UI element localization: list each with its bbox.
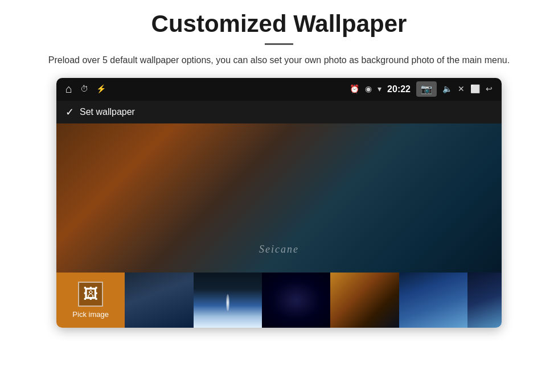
- wallpaper-thumb-1[interactable]: [125, 273, 193, 328]
- status-bar-left: ⌂ ⏱ ⚡: [65, 82, 106, 96]
- wallpaper-thumb-6[interactable]: [467, 273, 502, 328]
- location-icon: ◉: [365, 84, 372, 94]
- time-display: 20:22: [387, 84, 411, 94]
- wallpaper-thumb-4[interactable]: [330, 273, 399, 328]
- page-wrapper: Customized Wallpaper Preload over 5 defa…: [0, 0, 558, 328]
- check-icon: ✓: [65, 106, 74, 118]
- wallpaper-thumb-5[interactable]: [399, 273, 467, 328]
- status-bar: ⌂ ⏱ ⚡ ⏰ ◉ ▾ 20:22 📷 🔈 ✕ ⬜ ↩: [56, 78, 502, 101]
- alarm-icon: ⏰: [350, 84, 359, 94]
- wallpaper-thumb-2[interactable]: [194, 273, 262, 328]
- pick-image-icon: 🖼: [78, 282, 103, 307]
- home-icon[interactable]: ⌂: [65, 82, 72, 96]
- page-title: Customized Wallpaper: [17, 10, 541, 38]
- close-icon[interactable]: ✕: [458, 84, 465, 94]
- volume-icon[interactable]: 🔈: [442, 84, 452, 94]
- pick-image-thumb[interactable]: 🖼 Pick image: [56, 273, 125, 328]
- thumbnail-strip: 🖼 Pick image: [56, 273, 502, 328]
- wallpaper-thumb-3[interactable]: [262, 273, 330, 328]
- device-screen: ⌂ ⏱ ⚡ ⏰ ◉ ▾ 20:22 📷 🔈 ✕ ⬜ ↩ ✓ Set wallpa…: [56, 78, 502, 328]
- usb-icon: ⚡: [96, 84, 106, 94]
- window-icon[interactable]: ⬜: [470, 84, 480, 94]
- wifi-icon: ▾: [378, 84, 381, 94]
- title-divider: [265, 43, 293, 45]
- clock-icon: ⏱: [80, 85, 88, 94]
- watermark: Seicane: [259, 244, 299, 255]
- pick-image-label: Pick image: [72, 310, 109, 319]
- status-bar-right: ⏰ ◉ ▾ 20:22 📷 🔈 ✕ ⬜ ↩: [350, 81, 493, 97]
- action-bar: ✓ Set wallpaper: [56, 101, 502, 123]
- camera-button[interactable]: 📷: [416, 81, 437, 97]
- back-icon[interactable]: ↩: [486, 84, 493, 94]
- wallpaper-preview: Seicane: [56, 123, 502, 273]
- set-wallpaper-label: Set wallpaper: [80, 107, 135, 117]
- page-subtitle: Preload over 5 default wallpaper options…: [17, 53, 541, 68]
